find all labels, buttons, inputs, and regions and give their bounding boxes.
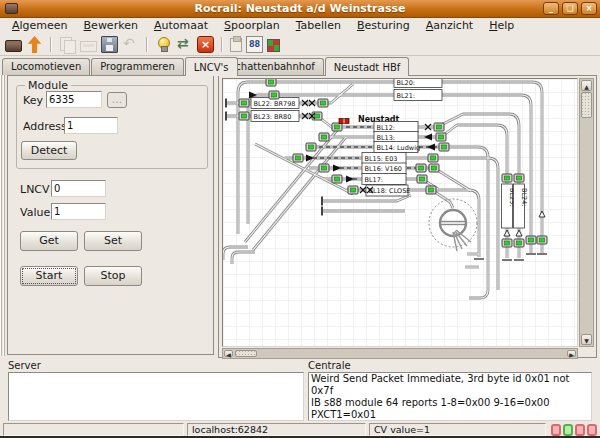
menu-automaat[interactable]: Automaat bbox=[146, 18, 216, 34]
server-log[interactable] bbox=[8, 372, 304, 421]
status-host: localhost:62842 bbox=[187, 423, 366, 436]
sensor[interactable] bbox=[526, 236, 536, 244]
sensor[interactable] bbox=[429, 164, 439, 172]
upload-icon[interactable] bbox=[26, 36, 43, 53]
sensor[interactable] bbox=[239, 99, 249, 107]
menu-tabellen[interactable]: Tabellen bbox=[288, 18, 349, 34]
sensor[interactable] bbox=[312, 112, 322, 120]
block-label[interactable]: BL16: V160 bbox=[362, 163, 406, 174]
sensor[interactable] bbox=[318, 99, 328, 107]
svg-text:BL23: BR80: BL23: BR80 bbox=[254, 113, 292, 121]
set-button[interactable]: Set bbox=[84, 231, 142, 251]
sensor[interactable] bbox=[428, 154, 438, 162]
scroll-right-button[interactable]: ▶ bbox=[567, 350, 576, 357]
tab-neustadt-hbf[interactable]: Neustadt HBf bbox=[325, 57, 410, 76]
titlebar[interactable]: Rocrail: Neustadt a/d Weinstrasse _ ❏ × bbox=[0, 0, 600, 18]
vscroll-thumb[interactable] bbox=[581, 92, 592, 118]
svg-text:BL22: BR798: BL22: BR798 bbox=[254, 100, 296, 108]
tab-programmeren[interactable]: Programmeren bbox=[91, 58, 183, 75]
block-label[interactable]: BL12: bbox=[374, 122, 418, 133]
sensor[interactable] bbox=[348, 186, 358, 194]
sensor[interactable] bbox=[502, 174, 512, 182]
paste-icon[interactable] bbox=[230, 38, 242, 52]
browse-button[interactable]: ... bbox=[107, 92, 127, 108]
sensor[interactable] bbox=[332, 123, 342, 131]
open-icon[interactable] bbox=[80, 41, 97, 52]
save-icon[interactable] bbox=[101, 36, 118, 53]
workspace-icon[interactable] bbox=[5, 40, 22, 52]
centrale-log[interactable]: Weird Send Packet Immediate, 3rd byte id… bbox=[308, 372, 592, 421]
sensor[interactable] bbox=[426, 186, 436, 194]
lncv-page: Module Key ... Address Detect LNCV Value… bbox=[7, 75, 214, 355]
status-cell-empty bbox=[3, 423, 184, 436]
status-leds bbox=[551, 423, 597, 436]
sensor[interactable] bbox=[293, 154, 303, 162]
block-label[interactable]: BL17: bbox=[362, 174, 406, 185]
sensor[interactable] bbox=[319, 133, 329, 141]
undo-icon[interactable] bbox=[122, 36, 139, 53]
key-field[interactable] bbox=[46, 91, 102, 108]
stop-button[interactable]: Stop bbox=[84, 266, 142, 286]
hscroll-thumb[interactable] bbox=[235, 350, 257, 357]
svg-text:BL14: Ludwig: BL14: Ludwig bbox=[377, 144, 421, 152]
sensor[interactable] bbox=[319, 164, 329, 172]
rocrail-window: Rocrail: Neustadt a/d Weinstrasse _ ❏ × … bbox=[0, 0, 600, 438]
scroll-up-button[interactable]: ▲ bbox=[581, 80, 592, 91]
menu-besturing[interactable]: Besturing bbox=[349, 18, 418, 34]
get-button[interactable]: Get bbox=[20, 231, 78, 251]
address-field[interactable] bbox=[64, 117, 118, 134]
sensor[interactable] bbox=[239, 112, 249, 120]
detect-button[interactable]: Detect bbox=[21, 141, 77, 160]
close-button[interactable]: × bbox=[581, 2, 597, 15]
tab-locomotieven[interactable]: Locomotieven bbox=[2, 58, 90, 75]
sensor[interactable] bbox=[416, 164, 426, 172]
sensor[interactable] bbox=[502, 239, 512, 247]
menu-bewerken[interactable]: Bewerken bbox=[76, 18, 146, 34]
lncv-field[interactable] bbox=[51, 180, 106, 197]
block-label[interactable]: BL14: Ludwig bbox=[374, 142, 420, 153]
menu-spoorplan[interactable]: Spoorplan bbox=[216, 18, 288, 34]
block-label[interactable]: BL20: bbox=[394, 79, 442, 88]
splitter-handle[interactable] bbox=[240, 357, 300, 360]
sensor[interactable] bbox=[537, 236, 547, 244]
plan-vscrollbar[interactable]: ▲ ▼ bbox=[579, 78, 594, 347]
key-label: Key bbox=[23, 94, 43, 107]
sensor[interactable] bbox=[436, 133, 446, 141]
value-field[interactable] bbox=[51, 203, 106, 220]
auto-mode-icon[interactable] bbox=[176, 36, 193, 53]
main-area: Locomotieven Programmeren LNCV's Module … bbox=[0, 56, 600, 358]
menu-aanzicht[interactable]: Aanzicht bbox=[418, 18, 481, 34]
sensor[interactable] bbox=[514, 174, 524, 182]
scroll-left-button[interactable]: ◀ bbox=[224, 350, 233, 357]
server-label: Server bbox=[8, 360, 41, 371]
copy-icon[interactable] bbox=[59, 36, 76, 53]
maximize-button[interactable]: ❏ bbox=[562, 2, 578, 15]
start-button[interactable]: Start bbox=[20, 266, 78, 286]
scroll-down-button[interactable]: ▼ bbox=[581, 334, 592, 345]
block-label[interactable]: BL21: bbox=[394, 90, 442, 101]
block-label[interactable]: BL13: bbox=[374, 132, 418, 143]
block-colors-icon[interactable] bbox=[267, 39, 280, 52]
panel-gripper[interactable] bbox=[0, 75, 6, 356]
sensor[interactable] bbox=[514, 239, 524, 247]
sensor[interactable] bbox=[439, 143, 449, 151]
sensor[interactable] bbox=[269, 91, 279, 99]
emergency-stop-icon[interactable]: × bbox=[197, 36, 214, 53]
sensor[interactable] bbox=[266, 79, 276, 86]
sensor[interactable] bbox=[417, 175, 427, 183]
minimize-button[interactable]: _ bbox=[543, 2, 559, 15]
decoder-88-icon[interactable]: 88 bbox=[246, 36, 263, 53]
sensor[interactable] bbox=[332, 175, 342, 183]
track-plan-canvas[interactable]: Neustadt BL20:BL21:BL22: BR798BL23: BR80… bbox=[222, 78, 578, 347]
left-tabrow: Locomotieven Programmeren LNCV's bbox=[2, 56, 239, 75]
signal-red[interactable] bbox=[339, 119, 349, 124]
sensor[interactable] bbox=[306, 143, 316, 151]
menu-algemeen[interactable]: Algemeen bbox=[4, 18, 76, 34]
menu-help[interactable]: Help bbox=[481, 18, 522, 34]
sensor[interactable] bbox=[434, 123, 444, 131]
block-label[interactable]: BL15: E03 bbox=[362, 153, 406, 164]
tab-lncvs[interactable]: LNCV's bbox=[185, 57, 238, 76]
power-icon[interactable] bbox=[155, 36, 172, 53]
block-label[interactable]: BL23: BR80 bbox=[251, 111, 299, 122]
block-label[interactable]: BL18: CLOSE bbox=[366, 185, 410, 196]
